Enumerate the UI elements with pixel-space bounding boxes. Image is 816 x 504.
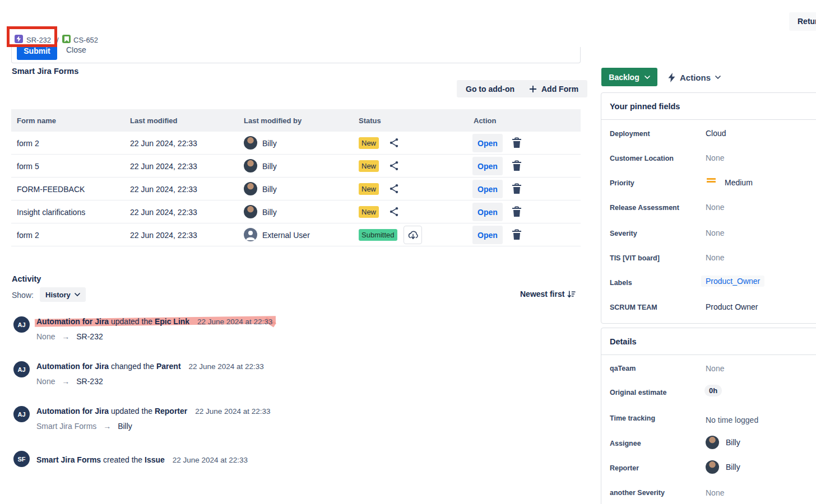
status-dropdown-backlog[interactable]: Backlog [601,68,657,86]
activity-timestamp: 22 June 2024 at 22:33 [188,362,263,371]
col-action: Action [474,116,496,125]
divider [601,119,816,120]
field-value[interactable]: None [706,153,724,162]
form-name: form 5 [17,162,39,171]
col-last-modified: Last modified [130,116,178,125]
activity-line: Smart Jira Forms created the Issue 22 Ju… [36,455,248,464]
status-badge: New [359,137,379,149]
table-row: form 5 22 Jun 2024, 22:33 Billy New Open [11,155,581,178]
field-value[interactable]: None [706,228,724,237]
field-value[interactable]: Billy [726,463,740,472]
last-modified: 22 Jun 2024, 22:33 [130,231,197,240]
field-label: Reporter [610,464,639,472]
actions-dropdown[interactable]: Actions [668,69,721,85]
activity-change: None → SR-232 [36,332,103,341]
open-button[interactable]: Open [472,180,503,198]
field-label: Release Assessment [610,204,679,212]
details-panel: Details qaTeam None Original estimate 0h… [601,328,816,504]
activity-change: None → SR-232 [36,377,103,386]
form-name: Insight clarifications [17,208,85,217]
share-icon[interactable] [388,137,400,148]
details-title: Details [610,337,637,346]
field-value[interactable]: Billy [726,438,740,447]
open-button[interactable]: Open [472,134,503,152]
last-modified: 22 Jun 2024, 22:33 [130,139,197,148]
form-name: form 2 [17,231,39,240]
trash-icon[interactable] [512,160,522,171]
activity-line: Automation for Jira changed the Parent 2… [36,362,264,371]
forms-table-header: Form name Last modified Last modified by… [11,109,581,132]
form-name: FORM-FEEDBACK [17,185,85,194]
field-label: SCRUM TEAM [610,304,657,311]
history-filter-dropdown[interactable]: History [40,287,86,302]
field-value[interactable]: Medium [725,178,753,187]
field-value[interactable]: None [706,364,724,373]
modified-by-name: Billy [262,139,277,148]
go-to-addon-button[interactable]: Go to add-on [457,80,523,97]
open-button[interactable]: Open [472,157,503,175]
priority-medium-icon [707,177,716,184]
sort-order-button[interactable]: Newest first [520,290,576,298]
open-button[interactable]: Open [472,203,503,221]
activity-title: Activity [12,274,41,283]
table-row: FORM-FEEDBACK 22 Jun 2024, 22:33 Billy N… [11,178,581,200]
trash-icon[interactable] [512,183,522,194]
return-button[interactable]: Return [789,12,816,31]
field-label: another Severity [610,489,665,497]
estimate-pill[interactable]: 0h [706,386,722,395]
trash-icon[interactable] [512,137,522,148]
field-label: qaTeam [610,365,636,372]
pinned-fields-title: Your pinned fields [610,102,680,111]
forms-section-title: Smart Jira Forms [12,67,78,76]
field-value[interactable]: Product Owner [706,302,758,311]
field-value[interactable]: No time logged [706,416,758,424]
field-label: Assignee [610,440,641,447]
lightning-icon [668,73,675,82]
field-label: Time tracking [610,414,655,422]
table-row: form 2 22 Jun 2024, 22:33 External User … [11,223,581,246]
arrow-right-icon: → [62,377,69,386]
field-label: Original estimate [610,389,666,396]
avatar: SF [13,451,30,467]
sort-icon [567,290,576,298]
field-value[interactable]: None [706,488,724,497]
story-icon [62,35,71,43]
last-modified: 22 Jun 2024, 22:33 [130,208,197,217]
share-icon[interactable] [388,160,400,171]
activity-timestamp: 22 June 2024 at 22:33 [195,407,270,416]
user-avatar [244,136,257,150]
open-button[interactable]: Open [472,226,503,244]
add-form-button[interactable]: Add Form [520,80,587,97]
avatar: AJ [13,361,30,377]
activity-line: Automation for Jira updated the Reporter… [36,407,271,416]
divider [601,354,816,355]
field-value[interactable]: Cloud [706,129,726,138]
share-icon[interactable] [388,206,400,217]
field-value[interactable]: None [706,203,724,212]
field-label: TIS [VIT board] [610,254,660,262]
form-name: form 2 [17,139,39,148]
breadcrumb-child[interactable]: CS-652 [73,36,98,44]
field-label: Deployment [610,130,650,138]
external-user-avatar-icon [244,228,257,241]
reporter-avatar[interactable] [706,460,719,474]
trash-icon[interactable] [512,229,522,240]
assignee-avatar[interactable] [706,436,719,449]
activity-line: Automation for Jira updated the Epic Lin… [36,317,272,326]
download-cloud-icon[interactable] [404,226,422,244]
field-value[interactable]: None [706,253,724,262]
last-modified: 22 Jun 2024, 22:33 [130,185,197,194]
activity-timestamp: 22 June 2024 at 22:33 [197,318,272,326]
col-form-name: Form name [17,116,56,125]
top-bar: SR-232 / CS-652 Return [0,0,816,47]
activity-timestamp: 22 June 2024 at 22:33 [173,456,248,464]
label-chip[interactable]: Product_Owner [706,277,764,286]
share-icon[interactable] [388,183,400,194]
col-status: Status [359,116,381,125]
avatar: AJ [13,316,30,333]
trash-icon[interactable] [512,206,522,217]
field-label: Customer Location [610,155,674,162]
plus-icon [529,85,537,93]
user-avatar [244,159,257,172]
activity-change: Smart Jira Forms → Billy [36,422,132,431]
